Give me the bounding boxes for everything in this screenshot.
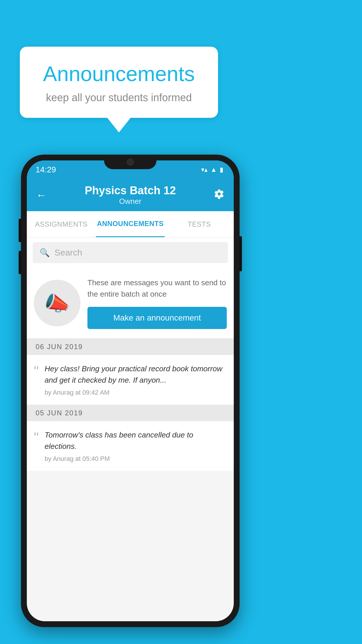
tab-assignments[interactable]: ASSIGNMENTS	[27, 211, 96, 237]
date-label-1: 06 JUN 2019	[36, 343, 83, 351]
gear-icon	[214, 189, 224, 199]
quote-icon-2: "	[34, 430, 39, 444]
phone-screen: 14:29 ▾▴ ▲ ▮ ← Physics Batch 12 Owner	[27, 160, 234, 621]
phone-mockup: 14:29 ▾▴ ▲ ▮ ← Physics Batch 12 Owner	[21, 155, 240, 627]
status-time: 14:29	[36, 165, 56, 174]
announcement-meta-1: by Anurag at 09:42 AM	[45, 389, 227, 396]
wifi-icon: ▾▴	[201, 166, 208, 174]
announcement-item-1[interactable]: " Hey class! Bring your practical record…	[27, 355, 234, 405]
phone-notch	[104, 155, 157, 169]
battery-icon: ▮	[220, 166, 223, 174]
volume-down-button	[19, 251, 21, 274]
announcement-item-2[interactable]: " Tomorrow's class has been cancelled du…	[27, 421, 234, 471]
quote-icon-1: "	[34, 364, 39, 378]
announcement-content-1: Hey class! Bring your practical record b…	[45, 363, 227, 396]
announcement-content-2: Tomorrow's class has been cancelled due …	[45, 429, 227, 463]
date-label-2: 05 JUN 2019	[36, 409, 83, 417]
promo-description: These are messages you want to send to t…	[87, 277, 227, 300]
header-title: Physics Batch 12	[85, 184, 176, 197]
app-header: ← Physics Batch 12 Owner	[27, 179, 234, 211]
search-container: 🔍 Search	[27, 237, 234, 268]
tab-announcements[interactable]: ANNOUNCEMENTS	[96, 211, 165, 237]
volume-up-button	[19, 219, 21, 242]
phone-outer: 14:29 ▾▴ ▲ ▮ ← Physics Batch 12 Owner	[21, 155, 240, 627]
megaphone-icon: 📣	[44, 291, 70, 316]
speech-bubble-tail	[107, 118, 131, 132]
tab-tests[interactable]: TESTS	[165, 211, 234, 237]
announcements-subtitle: keep all your students informed	[37, 92, 201, 104]
signal-icon: ▲	[210, 166, 217, 174]
phone-camera	[127, 159, 134, 166]
announcements-title: Announcements	[37, 62, 201, 86]
back-button[interactable]: ←	[36, 189, 47, 201]
search-placeholder: Search	[55, 248, 82, 258]
date-separator-2: 05 JUN 2019	[27, 405, 234, 421]
promo-right: These are messages you want to send to t…	[87, 277, 227, 329]
settings-button[interactable]	[214, 189, 224, 202]
announcement-meta-2: by Anurag at 05:40 PM	[45, 455, 227, 463]
search-icon: 🔍	[40, 248, 50, 258]
power-button	[240, 236, 242, 271]
date-separator-1: 06 JUN 2019	[27, 339, 234, 355]
header-center: Physics Batch 12 Owner	[85, 184, 176, 206]
speech-bubble: Announcements keep all your students inf…	[20, 47, 218, 118]
speech-bubble-container: Announcements keep all your students inf…	[20, 47, 218, 132]
announcement-text-2: Tomorrow's class has been cancelled due …	[45, 429, 227, 452]
header-subtitle: Owner	[85, 197, 176, 206]
status-icons: ▾▴ ▲ ▮	[201, 166, 223, 174]
announcement-text-1: Hey class! Bring your practical record b…	[45, 363, 227, 386]
tabs-container: ASSIGNMENTS ANNOUNCEMENTS TESTS	[27, 211, 234, 237]
make-announcement-button[interactable]: Make an announcement	[87, 307, 227, 329]
promo-section: 📣 These are messages you want to send to…	[27, 268, 234, 339]
search-bar[interactable]: 🔍 Search	[33, 242, 228, 263]
promo-icon-circle: 📣	[34, 280, 80, 326]
